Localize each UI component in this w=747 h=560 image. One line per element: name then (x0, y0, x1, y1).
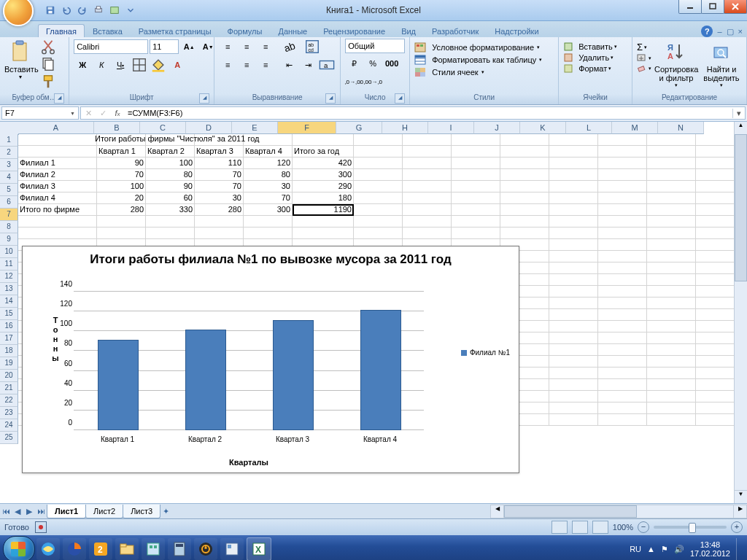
cell-M[interactable] (647, 158, 696, 169)
cell-K[interactable] (549, 146, 598, 158)
cell-M[interactable] (647, 192, 696, 204)
cell-K[interactable] (549, 391, 598, 402)
zoom-level[interactable]: 100% (613, 523, 633, 532)
taskbar-app-icon-1[interactable]: 2 (89, 538, 112, 560)
tab-data[interactable]: Данные (270, 24, 315, 37)
cell-A[interactable]: Филиал 4 (18, 192, 97, 204)
cell-H[interactable] (403, 192, 452, 204)
percent-button[interactable]: % (364, 55, 382, 71)
col-header-M[interactable]: M (612, 122, 658, 134)
row-header-1[interactable]: 1 (0, 134, 18, 147)
horizontal-scrollbar[interactable]: ◀ ▶ (490, 505, 747, 518)
cell-D[interactable]: 70 (195, 169, 244, 181)
cell-C[interactable]: 90 (146, 181, 195, 192)
cell-G[interactable] (354, 192, 403, 204)
font-color-button[interactable]: A (169, 57, 186, 73)
row-header-14[interactable]: 14 (0, 295, 18, 308)
cell-K[interactable] (549, 216, 598, 228)
cell-L[interactable] (598, 239, 647, 251)
cell-M[interactable] (647, 134, 696, 146)
cell-G[interactable] (354, 169, 403, 181)
row-header-11[interactable]: 11 (0, 258, 18, 271)
page-break-view-button[interactable] (592, 521, 608, 534)
align-launcher[interactable]: ◢ (325, 93, 336, 104)
cell-styles-button[interactable]: Стили ячеек ▾ (414, 66, 484, 78)
cell-K[interactable] (549, 356, 598, 368)
cell-A[interactable]: Филиал 3 (18, 181, 97, 192)
cell-M[interactable] (647, 169, 696, 181)
cell-K[interactable] (549, 228, 598, 239)
align-bottom-button[interactable]: ≡ (257, 39, 274, 55)
cell-L[interactable] (598, 158, 647, 169)
cell-K[interactable] (549, 368, 598, 379)
cell-K[interactable] (549, 181, 598, 192)
tab-formulas[interactable]: Формулы (220, 24, 271, 37)
cell-L[interactable] (598, 181, 647, 192)
cell-I[interactable] (452, 169, 500, 181)
tab-home[interactable]: Главная (38, 24, 85, 37)
cell-H[interactable] (403, 204, 452, 216)
cell-C[interactable]: 80 (146, 169, 195, 181)
cell-I[interactable] (452, 204, 500, 216)
taskbar-explorer-icon[interactable] (115, 538, 139, 560)
worksheet-grid[interactable]: ABCDEFGHIJKLMN 1234567891011121314151617… (0, 122, 747, 503)
show-desktop-button[interactable] (736, 538, 744, 560)
cell-M[interactable] (647, 262, 696, 274)
cell-M[interactable] (647, 379, 696, 391)
cell-M[interactable] (647, 344, 696, 356)
cell-F[interactable]: 300 (293, 169, 354, 181)
cell-G[interactable] (354, 216, 403, 228)
format-cells-button[interactable]: Формат ▾ (563, 63, 611, 74)
taskbar-firefox-icon[interactable] (63, 538, 86, 560)
fill-color-button[interactable] (150, 57, 167, 73)
cell-F[interactable]: 1190 (293, 204, 354, 216)
cell-L[interactable] (598, 251, 647, 262)
cell-M[interactable] (647, 146, 696, 158)
col-header-C[interactable]: C (140, 122, 186, 134)
cell-K[interactable] (549, 379, 598, 391)
vertical-scrollbar[interactable]: ▲ ▼ (734, 122, 747, 503)
cell-C[interactable]: 330 (146, 204, 195, 216)
cell-M[interactable] (647, 251, 696, 262)
doc-minimize-icon[interactable]: – (717, 27, 721, 36)
cell-C[interactable] (146, 228, 195, 239)
cell-L[interactable] (598, 274, 647, 286)
col-header-N[interactable]: N (658, 122, 704, 134)
cell-M[interactable] (647, 239, 696, 251)
cell-M[interactable] (647, 414, 696, 426)
cell-A[interactable]: Филиал 2 (18, 169, 97, 181)
cell-L[interactable] (598, 298, 647, 309)
new-sheet-icon[interactable]: ✦ (160, 507, 171, 516)
fx-icon[interactable]: fx (110, 109, 125, 117)
cell-K[interactable] (549, 204, 598, 216)
cell-D[interactable]: 280 (195, 204, 244, 216)
cell-H[interactable] (403, 134, 452, 146)
cell-L[interactable] (598, 146, 647, 158)
name-box[interactable]: F7▼ (1, 106, 79, 120)
tab-review[interactable]: Рецензирование (315, 24, 393, 37)
taskbar-app-icon-2[interactable] (142, 538, 165, 560)
taskbar-app-icon-3[interactable] (194, 538, 217, 560)
row-header-10[interactable]: 10 (0, 246, 18, 258)
qat-extra-icon[interactable] (108, 4, 121, 17)
cell-L[interactable] (598, 169, 647, 181)
cell-K[interactable] (549, 344, 598, 356)
cell-D[interactable] (195, 228, 244, 239)
cell-J[interactable] (500, 228, 549, 239)
cell-H[interactable] (403, 169, 452, 181)
row-header-3[interactable]: 3 (0, 159, 18, 171)
cell-A[interactable] (18, 146, 97, 158)
tray-clock[interactable]: 13:4817.02.2012 (690, 540, 730, 558)
format-as-table-button[interactable]: Форматировать как таблицу ▾ (414, 54, 542, 66)
cell-E[interactable]: 300 (244, 204, 293, 216)
cell-E[interactable]: 120 (244, 158, 293, 169)
insert-cells-button[interactable]: Вставить ▾ (563, 42, 617, 52)
taskbar-excel-icon[interactable]: X (247, 537, 271, 560)
cell-J[interactable] (500, 158, 549, 169)
autosum-button[interactable]: Σ ▾ (637, 42, 651, 52)
cell-M[interactable] (647, 402, 696, 414)
sheet-nav-prev-icon[interactable]: ◀ (12, 507, 23, 516)
cell-B[interactable] (97, 228, 146, 239)
doc-close-icon[interactable]: × (738, 27, 743, 36)
comma-button[interactable]: 000 (383, 55, 400, 71)
